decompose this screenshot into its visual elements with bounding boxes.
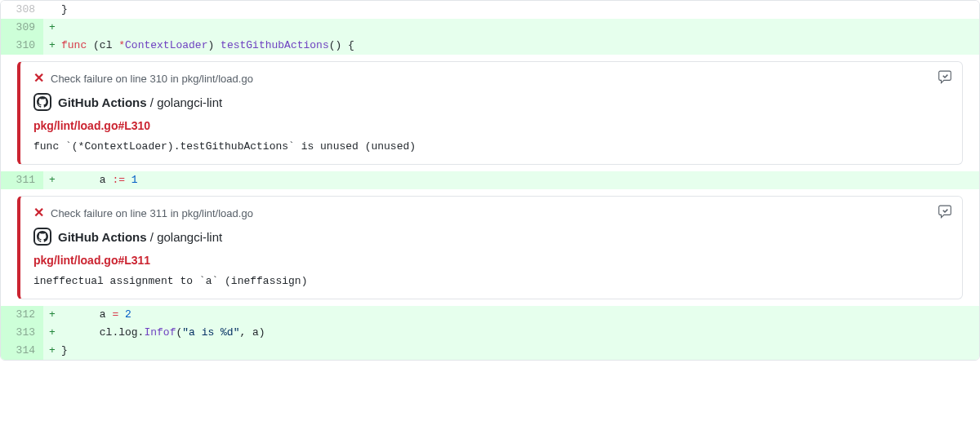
annotation-sep: /	[147, 95, 158, 109]
token: (	[87, 39, 100, 51]
annotation-source: GitHub Actions / golangci-lint	[58, 95, 222, 109]
annotation-title: GitHub Actions / golangci-lint	[33, 93, 949, 111]
annotation-message: ineffectual assignment to `a` (ineffassi…	[33, 275, 949, 287]
line-number: 309	[1, 19, 43, 37]
diff-marker: +	[43, 324, 61, 342]
github-icon	[33, 228, 51, 246]
code-line: 309 +	[1, 19, 979, 37]
token: , a)	[239, 326, 265, 339]
code-content: a = 2	[61, 306, 979, 324]
annotation-message: func `(*ContextLoader).testGithubActions…	[33, 140, 949, 153]
annotation-header-text: Check failure on line 311 in pkg/lint/lo…	[51, 207, 253, 219]
annotation-title: GitHub Actions / golangci-lint	[33, 228, 949, 246]
string: "a is %d"	[182, 326, 239, 339]
token	[61, 308, 100, 321]
token: cl	[100, 39, 118, 51]
check-annotation: ✕ Check failure on line 311 in pkg/lint/…	[17, 196, 963, 299]
diff-marker: +	[43, 37, 61, 55]
token	[118, 308, 125, 321]
annotation-source-name: GitHub Actions	[58, 95, 147, 109]
github-icon	[33, 93, 51, 111]
code-content: }	[61, 342, 979, 360]
annotation-job: golangci-lint	[157, 95, 222, 109]
annotation-header: ✕ Check failure on line 311 in pkg/lint/…	[33, 206, 949, 219]
annotation-source-name: GitHub Actions	[58, 230, 147, 244]
operator: *	[118, 39, 125, 51]
annotation-link[interactable]: pkg/lint/load.go#L311	[33, 254, 949, 267]
diff-container: 308 } 309 + 310 + func (cl *ContextLoade…	[0, 0, 980, 361]
number: 1	[131, 174, 138, 186]
line-number: 313	[1, 324, 43, 342]
annotation-source: GitHub Actions / golangci-lint	[58, 230, 222, 244]
x-icon: ✕	[33, 72, 44, 85]
code-content: a := 1	[61, 171, 979, 189]
identifier: a	[100, 308, 113, 321]
diff-marker: +	[43, 19, 61, 37]
check-annotation: ✕ Check failure on line 310 in pkg/lint/…	[17, 61, 963, 165]
code-line: 310 + func (cl *ContextLoader) testGithu…	[1, 37, 979, 55]
annotation-sep: /	[147, 230, 158, 244]
identifier: a	[100, 174, 113, 186]
code-content: func (cl *ContextLoader) testGithubActio…	[61, 37, 979, 55]
annotation-job: golangci-lint	[157, 230, 222, 244]
code-line: 308 }	[1, 1, 979, 19]
line-number: 314	[1, 342, 43, 360]
code-content: }	[61, 1, 979, 19]
annotation-header-text: Check failure on line 310 in pkg/lint/lo…	[51, 73, 253, 85]
line-number: 308	[1, 1, 43, 19]
function-call: Infof	[144, 326, 176, 339]
x-icon: ✕	[33, 206, 44, 219]
token: cl.log.	[100, 326, 145, 339]
operator: :=	[112, 174, 125, 186]
number: 2	[125, 308, 131, 321]
code-line: 314 + }	[1, 342, 979, 360]
code-content: cl.log.Infof("a is %d", a)	[61, 324, 979, 342]
token: )	[207, 39, 220, 51]
token	[61, 326, 100, 339]
token: () {	[329, 39, 354, 51]
code-line: 312 + a = 2	[1, 306, 979, 324]
token	[125, 174, 131, 186]
line-number: 311	[1, 171, 43, 189]
function-name: testGithubActions	[220, 39, 329, 51]
resolve-conversation-icon[interactable]	[938, 70, 952, 85]
type: ContextLoader	[125, 39, 207, 51]
annotation-header: ✕ Check failure on line 310 in pkg/lint/…	[33, 72, 949, 85]
annotation-link[interactable]: pkg/lint/load.go#L310	[33, 119, 949, 132]
diff-marker: +	[43, 342, 61, 360]
keyword: func	[61, 39, 87, 51]
line-number: 310	[1, 37, 43, 55]
code-line: 313 + cl.log.Infof("a is %d", a)	[1, 324, 979, 342]
line-number: 312	[1, 306, 43, 324]
diff-marker: +	[43, 306, 61, 324]
diff-marker: +	[43, 171, 61, 189]
token	[61, 174, 100, 186]
resolve-conversation-icon[interactable]	[938, 205, 952, 219]
code-line: 311 + a := 1	[1, 171, 979, 189]
